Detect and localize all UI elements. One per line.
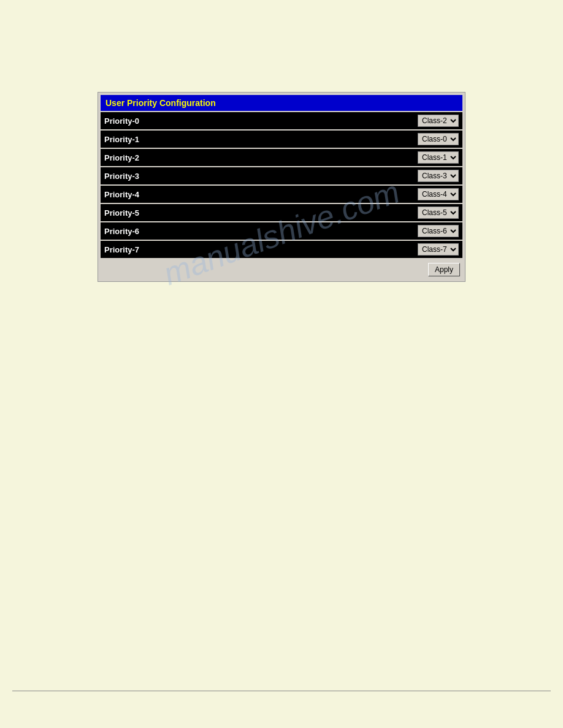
apply-button[interactable]: Apply [428,263,460,276]
row-select-priority-1[interactable]: Class-0Class-1Class-2Class-3Class-4Class… [418,133,459,145]
row-select-priority-3[interactable]: Class-0Class-1Class-2Class-3Class-4Class… [418,170,459,182]
table-row: Priority-4Class-0Class-1Class-2Class-3Cl… [101,186,462,203]
table-row: Priority-5Class-0Class-1Class-2Class-3Cl… [101,204,462,221]
row-select-priority-2[interactable]: Class-0Class-1Class-2Class-3Class-4Class… [418,151,459,164]
config-table-wrapper: User Priority Configuration Priority-0Cl… [98,92,465,282]
row-label-priority-6: Priority-6 [104,227,418,236]
table-row: Priority-1Class-0Class-1Class-2Class-3Cl… [101,131,462,148]
row-select-priority-5[interactable]: Class-0Class-1Class-2Class-3Class-4Class… [418,207,459,219]
row-label-priority-4: Priority-4 [104,190,418,199]
config-rows: Priority-0Class-0Class-1Class-2Class-3Cl… [101,112,462,258]
bottom-line [12,691,551,691]
config-title-bar: User Priority Configuration [101,95,462,111]
table-row: Priority-0Class-0Class-1Class-2Class-3Cl… [101,112,462,129]
row-label-priority-2: Priority-2 [104,153,418,162]
table-row: Priority-6Class-0Class-1Class-2Class-3Cl… [101,222,462,240]
config-title: User Priority Configuration [105,98,216,108]
row-label-priority-0: Priority-0 [104,116,418,126]
table-row: Priority-3Class-0Class-1Class-2Class-3Cl… [101,167,462,184]
row-select-priority-6[interactable]: Class-0Class-1Class-2Class-3Class-4Class… [418,225,459,237]
table-row: Priority-2Class-0Class-1Class-2Class-3Cl… [101,149,462,166]
main-content: User Priority Configuration Priority-0Cl… [98,92,465,282]
row-select-priority-4[interactable]: Class-0Class-1Class-2Class-3Class-4Class… [418,188,459,200]
page-container: User Priority Configuration Priority-0Cl… [0,0,563,728]
row-label-priority-1: Priority-1 [104,135,418,144]
row-label-priority-5: Priority-5 [104,208,418,218]
table-row: Priority-7Class-0Class-1Class-2Class-3Cl… [101,241,462,258]
row-select-priority-0[interactable]: Class-0Class-1Class-2Class-3Class-4Class… [418,115,459,127]
row-label-priority-7: Priority-7 [104,245,418,254]
apply-row: Apply [101,259,462,279]
row-label-priority-3: Priority-3 [104,172,418,181]
row-select-priority-7[interactable]: Class-0Class-1Class-2Class-3Class-4Class… [418,243,459,256]
